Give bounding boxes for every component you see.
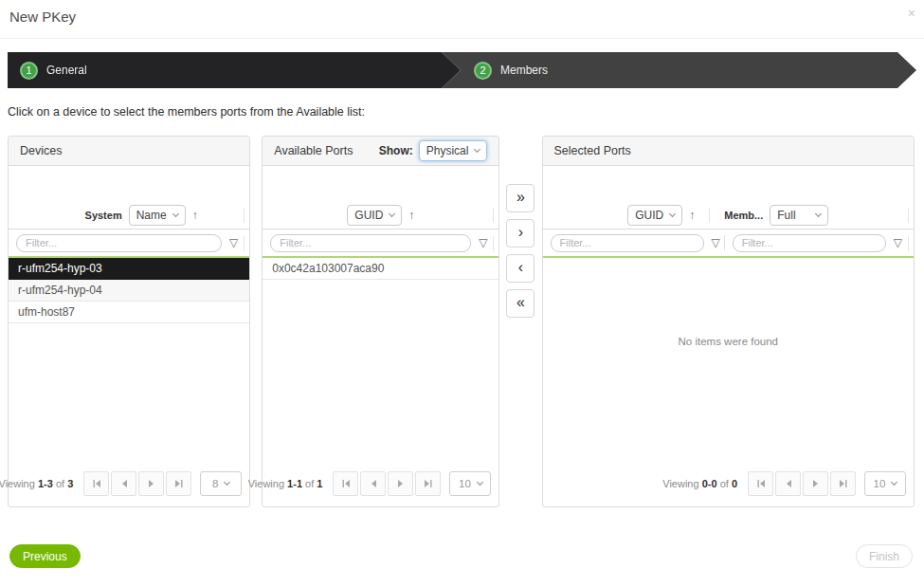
viewing-label: Viewing (662, 478, 698, 489)
show-dropdown[interactable]: Physical (419, 140, 488, 161)
last-page-button[interactable] (830, 471, 856, 496)
filter-funnel-icon[interactable]: ▽ (712, 236, 720, 249)
column-divider (493, 208, 494, 223)
last-page-button[interactable] (166, 471, 191, 496)
next-page-button[interactable] (388, 471, 413, 496)
column-divider (244, 208, 245, 223)
devices-filter-row: ▽ (9, 229, 249, 256)
first-page-button[interactable] (748, 471, 773, 496)
prev-page-button[interactable] (360, 471, 386, 496)
first-page-button[interactable] (83, 471, 109, 496)
available-sort-field-dropdown[interactable]: GUID (347, 205, 402, 226)
close-icon[interactable]: × (908, 7, 915, 20)
filter-funnel-icon[interactable]: ▽ (229, 236, 238, 249)
dialog-title: New PKey (9, 9, 76, 25)
devices-sort-field-value: Name (136, 209, 167, 222)
move-all-right-button[interactable]: » (506, 184, 534, 212)
device-row[interactable]: r-ufm254-hyp-04 (9, 280, 249, 302)
move-all-left-button[interactable]: « (506, 289, 534, 318)
viewing-label: Viewing (248, 478, 284, 489)
viewing-info: Viewing 1-3 of 3 (0, 478, 73, 489)
chevron-down-icon (815, 210, 822, 216)
first-page-button[interactable] (333, 471, 358, 496)
available-panel-title: Available Ports (274, 144, 353, 157)
available-ports-list: 0x0c42a103007aca90 (263, 258, 498, 280)
selected-guid-filter-input[interactable] (551, 234, 704, 252)
viewing-info: Viewing 0-0 of 0 (662, 478, 737, 489)
devices-panel-header: Devices (9, 137, 249, 166)
viewing-total: 1 (317, 478, 322, 489)
dialog-footer: Previous Finish (9, 544, 913, 568)
devices-sort-field-dropdown[interactable]: Name (129, 205, 186, 226)
previous-button[interactable]: Previous (9, 544, 81, 568)
devices-pagination: Viewing 1-3 of 3 8 (0, 471, 242, 496)
step-number-badge: 2 (474, 62, 492, 80)
skip-first-icon (92, 479, 101, 488)
skip-last-icon (424, 479, 433, 488)
move-left-button[interactable]: ‹ (506, 254, 534, 283)
selected-panel-header: Selected Ports (543, 137, 914, 166)
prev-icon (785, 479, 792, 488)
column-divider (709, 208, 710, 223)
sort-ascending-icon[interactable]: ↑ (689, 209, 695, 222)
selected-sort-field-dropdown[interactable]: GUID (627, 205, 682, 226)
available-page-size-dropdown[interactable]: 10 (449, 471, 491, 496)
membership-column-label: Memb... (724, 210, 763, 221)
devices-page-size-dropdown[interactable]: 8 (200, 471, 242, 496)
step-number-badge: 1 (20, 62, 38, 80)
prev-page-button[interactable] (111, 471, 136, 496)
of-label: of (56, 478, 64, 489)
available-filter-input[interactable] (270, 234, 471, 252)
wizard-steps: 1 General 2 Members (8, 52, 916, 88)
chevron-down-icon (669, 210, 676, 216)
selected-ports-panel: Selected Ports GUID ↑ Memb... Full ▽ (542, 136, 915, 507)
prev-page-button[interactable] (775, 471, 801, 496)
viewing-range: 1-3 (38, 478, 53, 489)
wizard-step-members[interactable]: 2 Members (442, 52, 916, 88)
next-icon (812, 479, 820, 488)
next-icon (148, 479, 155, 488)
chevron-down-icon (477, 479, 483, 486)
devices-column-header: System Name ↑ (9, 201, 249, 229)
chevron-down-icon (172, 210, 179, 216)
chevron-down-icon (389, 210, 395, 216)
prev-icon (370, 479, 377, 488)
next-page-button[interactable] (803, 471, 828, 496)
viewing-total: 0 (732, 478, 737, 489)
chevron-down-icon (474, 146, 480, 153)
sort-ascending-icon[interactable]: ↑ (408, 209, 414, 222)
skip-first-icon (756, 479, 766, 488)
next-icon (397, 479, 405, 488)
selected-page-size-dropdown[interactable]: 10 (864, 471, 906, 496)
selected-filter-row: ▽ ▽ (543, 229, 914, 256)
show-selector-group: Show: Physical (379, 140, 488, 161)
port-row[interactable]: 0x0c42a103007aca90 (263, 258, 498, 280)
filter-funnel-icon[interactable]: ▽ (894, 236, 902, 249)
last-page-button[interactable] (415, 471, 441, 496)
membership-dropdown[interactable]: Full (770, 205, 828, 226)
of-label: of (305, 478, 314, 489)
dialog-header: New PKey × (0, 0, 924, 39)
membership-value: Full (777, 209, 795, 222)
device-row[interactable]: r-ufm254-hyp-03 (9, 258, 249, 280)
available-filter-row: ▽ (263, 229, 498, 256)
device-row[interactable]: ufm-host87 (9, 302, 249, 323)
filter-funnel-icon[interactable]: ▽ (479, 236, 487, 249)
available-column-header: GUID ↑ (263, 201, 498, 229)
viewing-label: Viewing (0, 478, 35, 489)
viewing-range: 1-1 (287, 478, 302, 489)
devices-filter-input[interactable] (16, 234, 222, 252)
system-column-label: System (85, 210, 122, 221)
of-label: of (720, 478, 729, 489)
selected-membership-filter-input[interactable] (733, 234, 886, 252)
show-label: Show: (379, 144, 413, 157)
move-right-button[interactable]: › (506, 219, 534, 248)
wizard-step-general[interactable]: 1 General (8, 52, 461, 88)
step-label: General (46, 64, 87, 77)
panels-container: Devices System Name ↑ ▽ r-ufm254-hyp-03 … (8, 136, 915, 507)
devices-panel: Devices System Name ↑ ▽ r-ufm254-hyp-03 … (8, 136, 250, 507)
devices-list: r-ufm254-hyp-03 r-ufm254-hyp-04 ufm-host… (9, 258, 249, 323)
sort-ascending-icon[interactable]: ↑ (192, 209, 198, 222)
finish-button[interactable]: Finish (856, 544, 913, 568)
next-page-button[interactable] (138, 471, 164, 496)
